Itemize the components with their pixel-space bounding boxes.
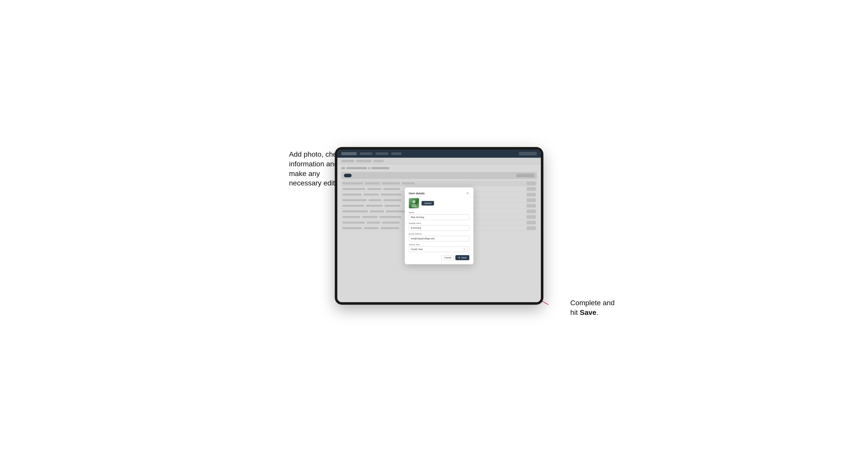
school-year-select-wrapper: ✕ ⌃ xyxy=(409,247,469,252)
school-year-input[interactable] xyxy=(409,247,469,252)
modal-actions: Cancel ⬆ Save xyxy=(409,255,469,260)
email-field-group: Email address xyxy=(409,233,469,241)
tablet-screen: User details ✕ Upload Name xyxy=(337,150,541,302)
modal-title-bar: User details ✕ xyxy=(409,191,469,195)
modal-overlay: User details ✕ Upload Name xyxy=(337,150,541,302)
save-label: Save xyxy=(461,256,467,259)
modal-close-button[interactable]: ✕ xyxy=(466,191,469,195)
photo-section: Upload xyxy=(409,198,469,208)
email-label: Email address xyxy=(409,233,469,235)
save-button[interactable]: ⬆ Save xyxy=(455,255,469,260)
school-year-label: School Year xyxy=(409,243,469,246)
select-arrow-icon: ⌃ xyxy=(466,248,468,251)
display-name-field-group: Display name xyxy=(409,222,469,231)
cancel-button[interactable]: Cancel xyxy=(441,255,454,260)
save-icon: ⬆ xyxy=(458,256,460,259)
upload-photo-button[interactable]: Upload xyxy=(422,201,434,206)
display-name-label: Display name xyxy=(409,222,469,224)
scene: Add photo, check information and make an… xyxy=(294,134,574,333)
user-details-modal: User details ✕ Upload Name xyxy=(405,187,473,264)
app-background: User details ✕ Upload Name xyxy=(337,150,541,302)
email-input[interactable] xyxy=(409,236,469,241)
name-input[interactable] xyxy=(409,214,469,220)
modal-title: User details xyxy=(409,192,425,195)
name-field-group: Name xyxy=(409,211,469,220)
select-clear-icon[interactable]: ✕ xyxy=(463,248,465,251)
tablet: User details ✕ Upload Name xyxy=(335,147,544,305)
name-label: Name xyxy=(409,211,469,214)
annotation-right: Complete and hit Save. xyxy=(570,298,615,317)
user-photo-thumbnail xyxy=(409,198,419,208)
display-name-input[interactable] xyxy=(409,225,469,231)
school-year-field-group: School Year ✕ ⌃ xyxy=(409,243,469,252)
